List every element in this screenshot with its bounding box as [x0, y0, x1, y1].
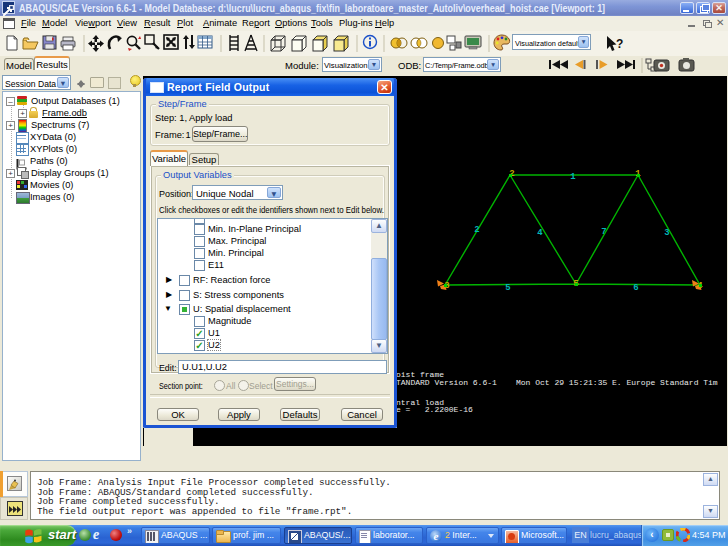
- svg-text:?: ?: [616, 37, 623, 51]
- svg-text:7: 7: [601, 227, 606, 237]
- svg-text:4: 4: [537, 228, 543, 238]
- svg-text:3: 3: [664, 228, 669, 238]
- svg-text:5: 5: [505, 283, 510, 293]
- svg-text:2: 2: [474, 225, 479, 235]
- svg-text:1: 1: [570, 172, 576, 182]
- svg-text:6: 6: [633, 283, 638, 293]
